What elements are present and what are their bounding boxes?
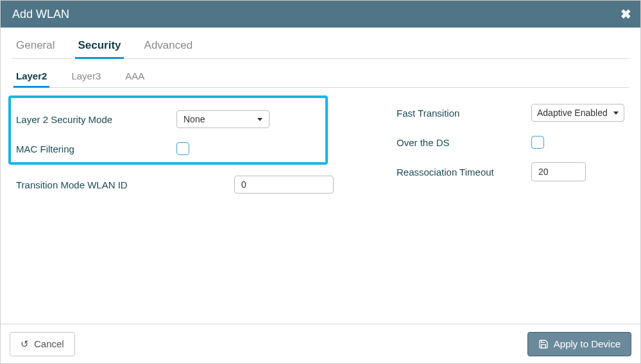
field-transition-mode-wlan-id: Transition Mode WLAN ID	[16, 170, 334, 199]
subtab-layer3[interactable]: Layer3	[69, 67, 103, 87]
tab-advanced[interactable]: Advanced	[142, 35, 196, 58]
mac-filtering-label: MAC Filtering	[16, 144, 176, 154]
reassociation-timeout-input[interactable]	[538, 167, 579, 177]
chevron-down-icon	[257, 118, 262, 121]
save-icon	[538, 339, 549, 349]
l2-security-mode-select[interactable]: None	[176, 110, 269, 128]
modal-footer: Cancel Apply to Device	[1, 324, 640, 363]
over-the-ds-label: Over the DS	[397, 137, 531, 148]
reassociation-timeout-label: Reassociation Timeout	[397, 167, 531, 178]
l2-security-mode-value: None	[184, 114, 205, 124]
chevron-down-icon	[613, 112, 619, 115]
l2-security-mode-label: Layer 2 Security Mode	[16, 114, 176, 125]
over-the-ds-checkbox[interactable]	[531, 136, 544, 149]
transition-mode-input-wrap[interactable]	[234, 176, 334, 194]
modal-title: Add WLAN	[12, 8, 69, 21]
transition-mode-label: Transition Mode WLAN ID	[16, 179, 234, 190]
reassociation-timeout-input-wrap[interactable]	[531, 162, 586, 181]
close-icon[interactable]: ✖	[620, 8, 631, 21]
field-fast-transition: Fast Transition Adaptive Enabled	[397, 98, 624, 128]
tab-general[interactable]: General	[13, 35, 57, 58]
undo-icon	[21, 338, 29, 350]
cancel-button-label: Cancel	[34, 338, 64, 349]
transition-mode-input[interactable]	[241, 179, 327, 190]
add-wlan-modal: Add WLAN ✖ General Security Advanced Lay…	[0, 0, 641, 364]
apply-button-label: Apply to Device	[554, 338, 620, 349]
form-column-right: Fast Transition Adaptive Enabled Over th…	[345, 95, 631, 206]
apply-to-device-button[interactable]: Apply to Device	[527, 332, 631, 356]
cancel-button[interactable]: Cancel	[10, 332, 75, 356]
field-mac-filtering: MAC Filtering	[16, 134, 334, 163]
fast-transition-value: Adaptive Enabled	[537, 108, 608, 118]
security-subtabs: Layer2 Layer3 AAA	[12, 65, 629, 88]
form-column-left: Layer 2 Security Mode None MAC Filtering…	[12, 95, 345, 206]
fast-transition-label: Fast Transition	[397, 108, 531, 119]
field-reassociation-timeout: Reassociation Timeout	[397, 157, 624, 186]
tab-security[interactable]: Security	[75, 35, 123, 58]
subtab-layer2[interactable]: Layer2	[13, 67, 49, 87]
modal-header: Add WLAN ✖	[1, 1, 640, 28]
fast-transition-select[interactable]: Adaptive Enabled	[531, 104, 624, 122]
field-over-the-ds: Over the DS	[397, 128, 624, 157]
modal-body: General Security Advanced Layer2 Layer3 …	[1, 28, 640, 324]
subtab-aaa[interactable]: AAA	[123, 67, 147, 87]
main-tabs: General Security Advanced	[12, 34, 629, 59]
mac-filtering-checkbox[interactable]	[176, 142, 189, 155]
field-l2-security-mode: Layer 2 Security Mode None	[16, 104, 334, 134]
form-area: Layer 2 Security Mode None MAC Filtering…	[12, 95, 629, 206]
